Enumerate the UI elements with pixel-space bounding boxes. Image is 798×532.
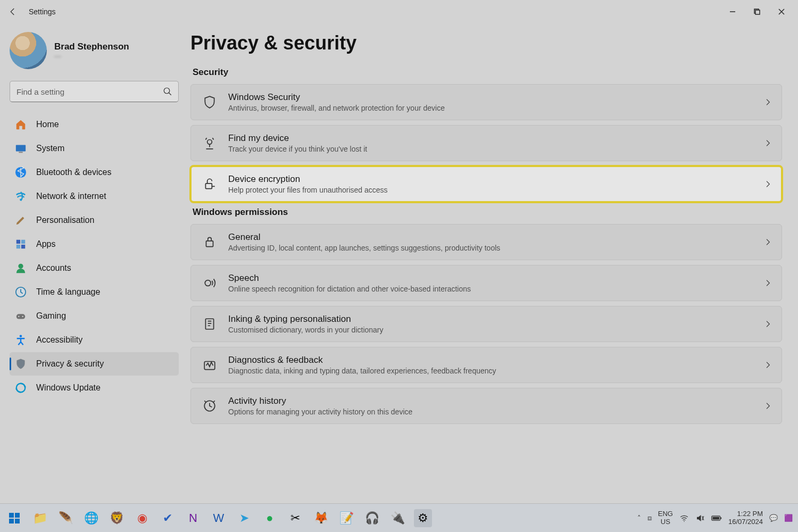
- system-icon: [15, 143, 27, 154]
- card-title: Find my device: [228, 133, 763, 144]
- taskbar-settings[interactable]: ⚙: [414, 509, 432, 527]
- taskbar-spotify[interactable]: ●: [261, 509, 279, 527]
- tray-copilot-icon[interactable]: 🟪: [784, 514, 793, 522]
- windows-logo-icon: [8, 512, 21, 525]
- taskbar-edge[interactable]: 🌐: [82, 509, 100, 527]
- tray-language[interactable]: ENG US: [658, 510, 673, 526]
- sidebar-item-bluetooth[interactable]: Bluetooth & devices: [10, 161, 179, 184]
- card-general[interactable]: General Advertising ID, local content, a…: [190, 224, 782, 260]
- svg-point-21: [205, 280, 211, 286]
- avatar: [10, 32, 47, 69]
- section-heading: Security: [193, 67, 782, 78]
- svg-rect-8: [21, 240, 25, 244]
- windows-security-icon: [201, 95, 219, 109]
- taskbar-firefox[interactable]: 🦊: [312, 509, 330, 527]
- tray-clock[interactable]: 1:22 PM 16/07/2024: [728, 510, 763, 526]
- svg-rect-27: [9, 519, 14, 523]
- svg-rect-1: [755, 10, 760, 14]
- sidebar-item-time[interactable]: Time & language: [10, 280, 179, 304]
- card-find-my-device[interactable]: Find my device Track your device if you …: [190, 125, 782, 161]
- card-speech[interactable]: Speech Online speech recognition for dic…: [190, 265, 782, 301]
- sidebar-item-accessibility[interactable]: Accessibility: [10, 328, 179, 352]
- taskbar-notepad[interactable]: 📝: [337, 509, 355, 527]
- card-subtitle: Advertising ID, local content, app launc…: [228, 244, 763, 252]
- svg-point-15: [22, 316, 23, 317]
- svg-rect-32: [712, 517, 719, 519]
- minimize-button[interactable]: [720, 3, 745, 20]
- taskbar-brave[interactable]: 🦁: [107, 509, 126, 527]
- profile-block[interactable]: Brad Stephenson —: [10, 32, 179, 69]
- card-inking[interactable]: Inking & typing personalisation Customis…: [190, 306, 782, 342]
- maximize-button[interactable]: [745, 3, 769, 20]
- profile-name: Brad Stephenson: [54, 41, 129, 52]
- time-icon: [15, 286, 27, 298]
- card-device-encryption[interactable]: Device encryption Help protect your file…: [190, 166, 782, 202]
- accounts-icon: [15, 262, 27, 274]
- taskbar-telegram[interactable]: ➤: [235, 509, 253, 527]
- sidebar-item-home[interactable]: Home: [10, 113, 179, 136]
- card-activity[interactable]: Activity history Options for managing yo…: [190, 388, 782, 424]
- card-windows-security[interactable]: Windows Security Antivirus, browser, fir…: [190, 84, 782, 120]
- activity-icon: [201, 399, 219, 413]
- sidebar-item-network[interactable]: Network & internet: [10, 185, 179, 208]
- svg-rect-26: [15, 513, 20, 518]
- card-subtitle: Options for managing your activity histo…: [228, 408, 763, 416]
- chevron-right-icon: [763, 361, 772, 369]
- sidebar-item-update[interactable]: Windows Update: [10, 376, 179, 400]
- sidebar-item-label: Bluetooth & devices: [36, 168, 111, 177]
- network-icon: [15, 190, 27, 202]
- gaming-icon: [15, 310, 27, 322]
- maximize-icon: [754, 9, 760, 15]
- svg-point-6: [20, 199, 22, 201]
- card-diagnostics[interactable]: Diagnostics & feedback Diagnostic data, …: [190, 347, 782, 383]
- tray-notifications-icon[interactable]: 💬: [769, 514, 778, 522]
- find-my-device-icon: [201, 136, 219, 150]
- start-button[interactable]: [5, 509, 23, 527]
- tray-volume-icon[interactable]: [695, 513, 705, 523]
- taskbar-app-blue[interactable]: 🪶: [56, 509, 74, 527]
- tray-chevron-up-icon[interactable]: ˄: [637, 514, 641, 522]
- sidebar-item-accounts[interactable]: Accounts: [10, 256, 179, 280]
- svg-rect-4: [19, 152, 22, 153]
- tray-battery-icon[interactable]: [711, 514, 722, 522]
- tray-dropbox-icon[interactable]: ⧈: [647, 514, 652, 522]
- svg-rect-9: [16, 245, 20, 248]
- bluetooth-icon: [15, 167, 27, 178]
- taskbar-snip[interactable]: ✂: [286, 509, 304, 527]
- sidebar-item-system[interactable]: System: [10, 137, 179, 160]
- chevron-right-icon: [763, 402, 772, 410]
- sidebar-item-privacy[interactable]: Privacy & security: [10, 352, 179, 376]
- taskbar-word[interactable]: W: [210, 509, 228, 527]
- taskbar-headphones[interactable]: 🎧: [363, 509, 381, 527]
- sidebar-item-label: Personalisation: [36, 215, 94, 225]
- chevron-right-icon: [763, 320, 772, 328]
- sidebar-item-gaming[interactable]: Gaming: [10, 304, 179, 328]
- sidebar-item-label: Network & internet: [36, 192, 106, 201]
- sidebar-item-label: Gaming: [36, 311, 66, 321]
- card-subtitle: Track your device if you think you've lo…: [228, 145, 763, 153]
- sidebar-item-apps[interactable]: Apps: [10, 232, 179, 256]
- tray-wifi-icon[interactable]: [679, 513, 689, 523]
- speech-icon: [201, 276, 219, 290]
- sidebar-item-personalisation[interactable]: Personalisation: [10, 209, 179, 232]
- taskbar-chrome[interactable]: ◉: [133, 509, 151, 527]
- taskbar-explorer[interactable]: 📁: [31, 509, 49, 527]
- sidebar-item-label: Windows Update: [36, 383, 101, 393]
- search-input[interactable]: [10, 81, 179, 102]
- accessibility-icon: [15, 334, 27, 346]
- chevron-right-icon: [763, 98, 772, 106]
- search-icon: [163, 87, 172, 96]
- svg-point-16: [20, 335, 22, 337]
- back-button[interactable]: [4, 3, 21, 20]
- taskbar-todo[interactable]: ✔: [159, 509, 177, 527]
- chevron-right-icon: [763, 180, 772, 188]
- home-icon: [15, 119, 27, 130]
- close-button[interactable]: [769, 3, 794, 20]
- taskbar-onenote[interactable]: N: [184, 509, 202, 527]
- svg-rect-22: [205, 319, 213, 329]
- card-subtitle: Customised dictionary, words in your dic…: [228, 326, 763, 334]
- card-subtitle: Antivirus, browser, firewall, and networ…: [228, 104, 763, 112]
- svg-rect-25: [9, 513, 14, 518]
- svg-point-11: [18, 264, 23, 269]
- taskbar-device[interactable]: 🔌: [388, 509, 406, 527]
